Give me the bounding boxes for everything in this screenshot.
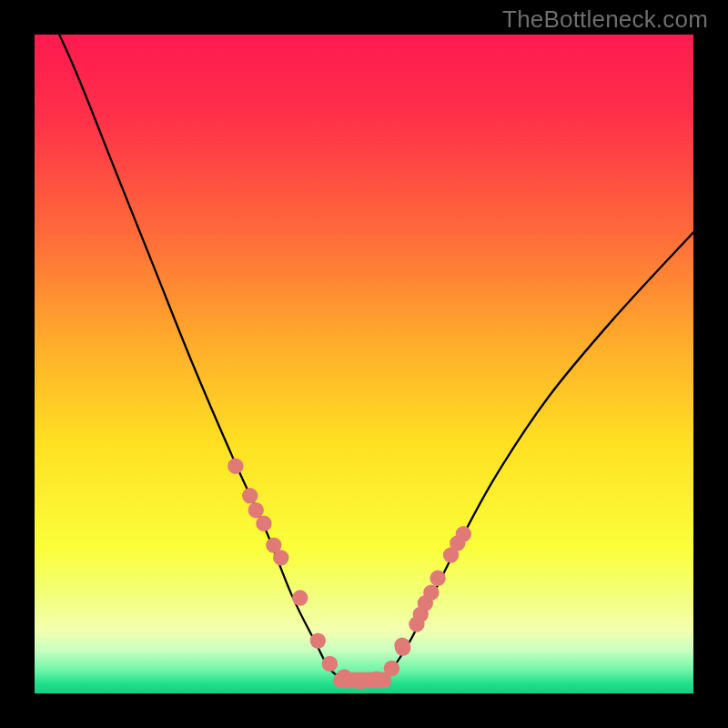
data-point <box>248 502 264 518</box>
data-point <box>242 488 258 503</box>
chart-svg <box>35 35 693 693</box>
minimum-band <box>333 672 391 688</box>
data-point <box>292 590 308 605</box>
outer-frame: TheBottleneck.com <box>0 0 728 728</box>
data-point <box>423 585 439 601</box>
data-point <box>395 640 410 655</box>
watermark-label: TheBottleneck.com <box>502 5 708 34</box>
data-point <box>322 656 338 672</box>
data-point <box>456 526 471 541</box>
gradient-background <box>35 35 693 693</box>
plot-area <box>35 35 693 693</box>
data-point <box>273 550 288 565</box>
data-point <box>228 459 243 474</box>
data-point <box>310 632 326 648</box>
data-point <box>256 516 271 531</box>
data-point <box>430 571 445 586</box>
